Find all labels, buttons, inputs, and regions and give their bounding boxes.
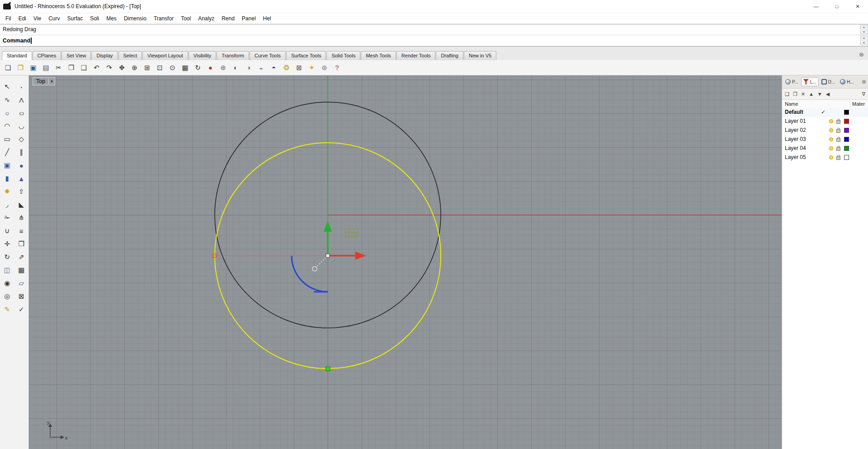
sidebar-tool-copy[interactable]: ❐ [14, 238, 29, 250]
menu-edit[interactable]: Edi [15, 14, 30, 23]
layer-color-swatch[interactable] [844, 146, 849, 151]
layer-on-icon[interactable] [829, 119, 833, 123]
layer-row-default[interactable]: Default ✓ [782, 108, 868, 117]
maximize-button[interactable]: □ [826, 0, 847, 13]
shaded-viewport-icon[interactable]: ◐ [230, 61, 242, 74]
tab-standard[interactable]: Standard [2, 51, 32, 60]
sidebar-tool-rotate[interactable]: ↻ [0, 251, 14, 263]
options-gear-icon[interactable]: ⊛ [318, 61, 330, 74]
sidebar-tool-extrude[interactable]: ⇧ [14, 186, 29, 197]
help-icon[interactable]: ? [331, 61, 343, 74]
copy-icon[interactable]: ❐ [65, 61, 77, 74]
tab-curve-tools[interactable]: Curve Tools [250, 51, 286, 60]
layer-row-03[interactable]: Layer 03 [782, 135, 868, 144]
layer-color-swatch[interactable] [844, 119, 849, 124]
layer-row-04[interactable]: Layer 04 [782, 144, 868, 153]
sidebar-tool-trim[interactable]: ✁ [0, 212, 14, 224]
ghosted-viewport-icon[interactable]: ◑ [242, 61, 255, 74]
layer-row-05[interactable]: Layer 05 [782, 153, 868, 162]
menu-file[interactable]: Fil [2, 14, 15, 23]
panel-tab-layers[interactable]: L... [801, 77, 819, 86]
layer-on-icon[interactable] [829, 155, 833, 159]
layer-lock-icon[interactable] [836, 138, 840, 142]
collapse-layers-icon[interactable]: ◀ [826, 91, 830, 97]
toolbar-gear-icon[interactable]: ⊛ [857, 51, 866, 58]
sidebar-tool-surface[interactable]: ▱ [14, 277, 29, 289]
viewport-canvas[interactable]: y x [29, 75, 782, 449]
sidebar-tool-cone[interactable]: ▲ [14, 173, 29, 184]
layer-lock-icon[interactable] [836, 147, 840, 151]
gumball-rotate-arc[interactable] [292, 256, 328, 292]
sidebar-tool-polygon[interactable]: ◇ [14, 133, 29, 145]
close-button[interactable]: ✕ [847, 0, 868, 13]
rotate-view-icon[interactable]: ↻ [192, 61, 204, 74]
menu-view[interactable]: Vie [30, 14, 45, 23]
move-layer-up-icon[interactable]: ▲ [809, 91, 814, 97]
sidebar-tool-cylinder[interactable]: ▮ [0, 173, 14, 184]
sidebar-tool-lock[interactable]: ⊠ [14, 290, 29, 302]
sidebar-tool-curve[interactable]: ∿ [0, 94, 14, 106]
sidebar-tool-curve-boolean[interactable]: ◉ [0, 277, 14, 289]
viewport-top[interactable]: Top ▾ [29, 75, 782, 449]
current-layer-check[interactable]: ✓ [819, 109, 827, 115]
sidebar-tool-visibility[interactable]: ◎ [0, 290, 14, 302]
tab-cplanes[interactable]: CPlanes [33, 51, 61, 60]
menu-solid[interactable]: Soli [86, 14, 103, 23]
menu-dimension[interactable]: Dimensio [120, 14, 150, 23]
sidebar-tool-rectangle[interactable]: ▭ [0, 133, 14, 145]
sidebar-tool-box[interactable]: ▣ [0, 159, 14, 171]
scroll-up-icon[interactable]: ▲ [863, 26, 865, 28]
sidebar-tool-mirror[interactable]: ◫ [0, 264, 14, 276]
sidebar-tool-group[interactable]: ≡ [14, 225, 29, 237]
new-layer-icon[interactable]: ❏ [785, 91, 789, 97]
tab-visibility[interactable]: Visibility [189, 51, 217, 60]
menu-transform[interactable]: Transfor [150, 14, 177, 23]
layer-row-01[interactable]: Layer 01 [782, 117, 868, 126]
tab-viewport-layout[interactable]: Viewport Layout [142, 51, 188, 60]
zoom-dynamic-icon[interactable]: ⊕ [128, 61, 141, 74]
command-input-row[interactable]: Command ▲ ▼ [0, 35, 868, 47]
zoom-window-icon[interactable]: ⊞ [141, 61, 153, 74]
gumball-red-arrowhead[interactable] [355, 252, 366, 260]
sidebar-tool-move[interactable]: ✛ [0, 238, 14, 250]
undo-icon[interactable]: ↶ [90, 61, 103, 74]
filter-layers-icon[interactable]: ∇ [862, 91, 865, 97]
sidebar-tool-sphere[interactable]: ● [14, 159, 29, 171]
tab-render-tools[interactable]: Render Tools [396, 51, 436, 60]
menu-mesh[interactable]: Mes [103, 14, 120, 23]
sidebar-tool-offset[interactable]: ∥ [14, 146, 29, 158]
zoom-extents-icon[interactable]: ⊡ [154, 61, 166, 74]
command-spinner[interactable]: ▲ ▼ [860, 36, 868, 45]
tab-transform[interactable]: Transform [217, 51, 249, 60]
tab-new-in-v5[interactable]: New in V5 [464, 51, 496, 60]
new-file-icon[interactable]: ❏ [2, 61, 14, 74]
viewport-layout-icon[interactable]: ▦ [179, 61, 191, 74]
spinner-down-icon[interactable]: ▼ [863, 42, 865, 44]
sidebar-tool-arc[interactable]: ◠ [0, 120, 14, 132]
sidebar-tool-ellipse[interactable]: ○ [11, 107, 31, 119]
sidebar-tool-explode[interactable]: ✸ [0, 186, 14, 197]
scroll-down-icon[interactable]: ▼ [863, 31, 865, 33]
xray-viewport-icon[interactable]: ◒ [255, 61, 267, 74]
layer-on-icon[interactable] [829, 146, 833, 150]
column-header-name[interactable]: Name [785, 101, 798, 107]
tab-solid-tools[interactable]: Solid Tools [326, 51, 360, 60]
sidebar-tool-select[interactable]: ↖ [0, 81, 14, 93]
layer-color-swatch[interactable] [844, 110, 849, 115]
save-icon[interactable]: ▣ [27, 61, 39, 74]
layer-color-swatch[interactable] [844, 155, 849, 160]
sidebar-tool-scale[interactable]: ⇗ [14, 251, 29, 263]
render-icon[interactable]: ● [204, 61, 217, 74]
panel-tab-properties[interactable]: P... [783, 77, 801, 86]
layer-lock-icon[interactable] [836, 120, 840, 124]
panel-gear-icon[interactable]: ⊛ [862, 79, 867, 85]
menu-surface[interactable]: Surfac [64, 14, 87, 23]
sidebar-tool-point[interactable]: ∙ [14, 81, 29, 93]
sidebar-tool-join[interactable]: ∪ [0, 225, 14, 237]
delete-layer-icon[interactable]: ✕ [801, 91, 805, 97]
sidebar-tool-curve-through-points[interactable]: ◡ [14, 120, 29, 132]
move-layer-down-icon[interactable]: ▼ [817, 91, 822, 97]
viewport-dropdown-icon[interactable]: ▾ [48, 79, 55, 84]
tab-select[interactable]: Select [118, 51, 142, 60]
gumball-toggle-icon[interactable]: ✦ [306, 61, 318, 74]
